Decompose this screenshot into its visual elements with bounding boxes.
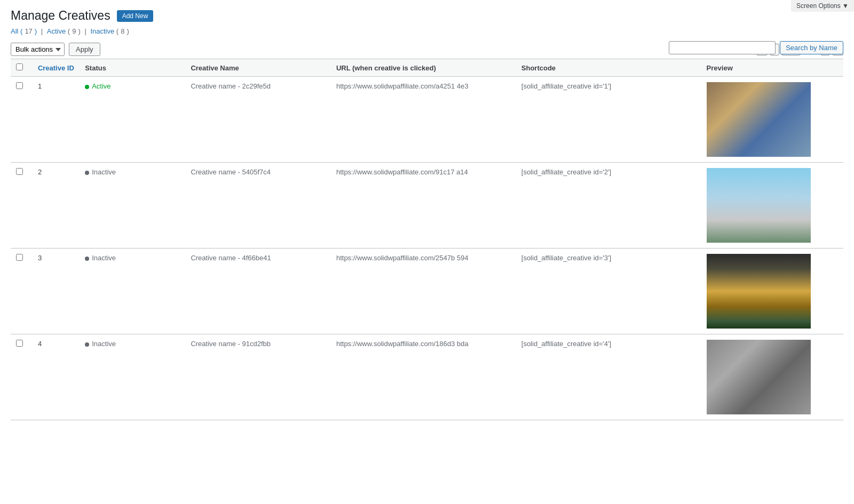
table-row: 1 Active Creative name - 2c29fe5d https:… bbox=[11, 77, 843, 163]
bulk-actions-select[interactable]: Bulk actions Delete bbox=[11, 43, 65, 56]
row-shortcode-3: [solid_affiliate_creative id='3'] bbox=[516, 249, 701, 334]
col-header-status: Status bbox=[80, 59, 185, 77]
row-checkbox-cell bbox=[11, 334, 33, 420]
row-id-4: 4 bbox=[33, 334, 80, 420]
col-header-preview: Preview bbox=[701, 59, 843, 77]
row-url-4: https://www.solidwpaffiliate.com/186d3 b… bbox=[331, 334, 516, 420]
add-new-button[interactable]: Add New bbox=[117, 10, 154, 22]
status-dot-1 bbox=[85, 85, 89, 89]
screen-options-area: Screen Options ▼ bbox=[791, 0, 854, 12]
page-header: Manage Creatives Add New bbox=[11, 9, 843, 23]
filter-separator-2: | bbox=[84, 27, 88, 35]
status-dot-4 bbox=[85, 342, 89, 347]
row-url-2: https://www.solidwpaffiliate.com/91c17 a… bbox=[331, 163, 516, 249]
row-id-1: 1 bbox=[33, 77, 80, 163]
row-shortcode-4: [solid_affiliate_creative id='4'] bbox=[516, 334, 701, 420]
search-input[interactable] bbox=[669, 41, 776, 54]
col-header-url: URL (when creative is clicked) bbox=[331, 59, 516, 77]
row-name-1: Creative name - 2c29fe5d bbox=[185, 77, 331, 163]
col-header-id: Creative ID bbox=[33, 59, 80, 77]
filter-links: All (17) | Active (9) | Inactive (8) bbox=[11, 27, 843, 35]
filter-inactive-link[interactable]: Inactive bbox=[90, 27, 114, 35]
preview-image-2 bbox=[707, 168, 811, 243]
col-header-name: Creative Name bbox=[185, 59, 331, 77]
row-status-3: Inactive bbox=[80, 249, 185, 334]
search-button[interactable]: Search by Name bbox=[780, 41, 843, 54]
row-url-3: https://www.solidwpaffiliate.com/2547b 5… bbox=[331, 249, 516, 334]
row-name-3: Creative name - 4f66be41 bbox=[185, 249, 331, 334]
creatives-table: Creative ID Status Creative Name URL (wh… bbox=[11, 59, 843, 420]
row-shortcode-2: [solid_affiliate_creative id='2'] bbox=[516, 163, 701, 249]
status-label-4: Inactive bbox=[92, 340, 116, 348]
filter-all-link[interactable]: All (17) bbox=[11, 27, 37, 35]
col-header-id-link[interactable]: Creative ID bbox=[38, 64, 74, 72]
row-checkbox-cell bbox=[11, 77, 33, 163]
row-preview-2 bbox=[701, 163, 843, 249]
status-dot-2 bbox=[85, 171, 89, 175]
status-label-2: Inactive bbox=[92, 168, 116, 176]
row-checkbox-3[interactable] bbox=[16, 254, 23, 261]
page-title: Manage Creatives bbox=[11, 9, 110, 23]
row-checkbox-cell bbox=[11, 163, 33, 249]
row-checkbox-2[interactable] bbox=[16, 168, 23, 175]
row-checkbox-4[interactable] bbox=[16, 340, 23, 347]
table-row: 2 Inactive Creative name - 5405f7c4 http… bbox=[11, 163, 843, 249]
row-preview-1 bbox=[701, 77, 843, 163]
row-preview-4 bbox=[701, 334, 843, 420]
row-shortcode-1: [solid_affiliate_creative id='1'] bbox=[516, 77, 701, 163]
preview-image-4 bbox=[707, 340, 811, 414]
preview-image-1 bbox=[707, 82, 811, 157]
status-dot-3 bbox=[85, 257, 89, 261]
row-name-2: Creative name - 5405f7c4 bbox=[185, 163, 331, 249]
check-all-checkbox[interactable] bbox=[16, 63, 23, 70]
row-name-4: Creative name - 91cd2fbb bbox=[185, 334, 331, 420]
row-status-4: Inactive bbox=[80, 334, 185, 420]
col-header-shortcode: Shortcode bbox=[516, 59, 701, 77]
screen-options-button[interactable]: Screen Options ▼ bbox=[791, 0, 854, 12]
preview-image-3 bbox=[707, 254, 811, 329]
status-label-3: Inactive bbox=[92, 254, 116, 262]
check-all-header bbox=[11, 59, 33, 77]
table-row: 3 Inactive Creative name - 4f66be41 http… bbox=[11, 249, 843, 334]
apply-button[interactable]: Apply bbox=[69, 43, 100, 56]
table-header-row: Creative ID Status Creative Name URL (wh… bbox=[11, 59, 843, 77]
status-label-1: Active bbox=[92, 82, 110, 90]
row-url-1: https://www.solidwpaffiliate.com/a4251 4… bbox=[331, 77, 516, 163]
bulk-area: Bulk actions Delete Apply bbox=[11, 43, 100, 56]
row-checkbox-1[interactable] bbox=[16, 82, 23, 89]
row-checkbox-cell bbox=[11, 249, 33, 334]
filter-active-link[interactable]: Active bbox=[47, 27, 66, 35]
row-status-1: Active bbox=[80, 77, 185, 163]
filter-separator-1: | bbox=[41, 27, 45, 35]
row-status-2: Inactive bbox=[80, 163, 185, 249]
table-row: 4 Inactive Creative name - 91cd2fbb http… bbox=[11, 334, 843, 420]
row-preview-3 bbox=[701, 249, 843, 334]
row-id-3: 3 bbox=[33, 249, 80, 334]
search-area: Search by Name bbox=[11, 41, 843, 54]
row-id-2: 2 bbox=[33, 163, 80, 249]
